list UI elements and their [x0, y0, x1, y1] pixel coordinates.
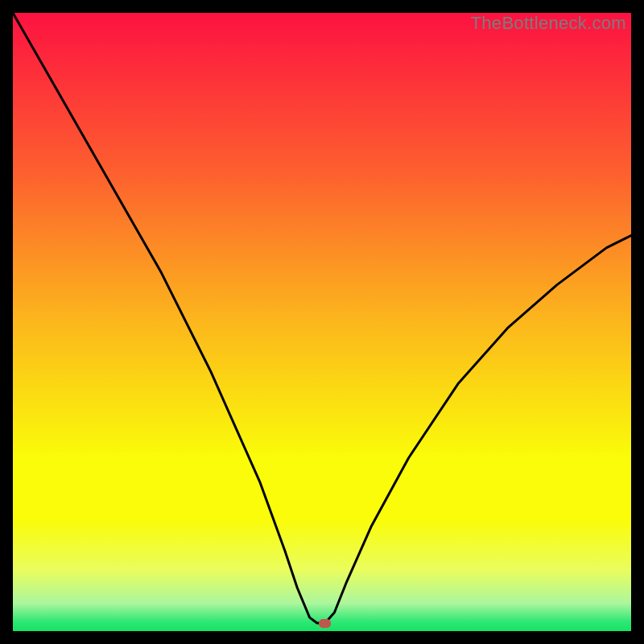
chart-frame: TheBottleneck.com — [13, 13, 631, 631]
chart-svg — [13, 13, 631, 631]
watermark-text: TheBottleneck.com — [471, 13, 626, 34]
gradient-background — [13, 13, 631, 631]
optimal-point-marker — [319, 619, 331, 628]
